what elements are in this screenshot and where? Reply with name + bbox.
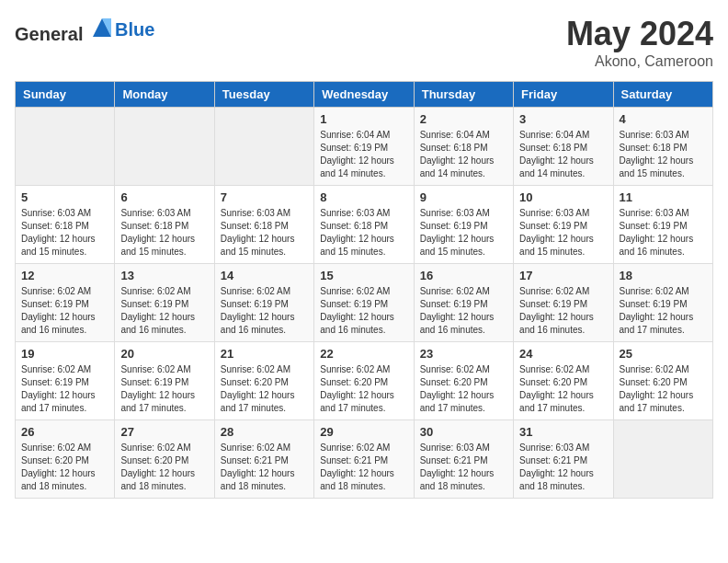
calendar-day-cell: 12Sunrise: 6:02 AM Sunset: 6:19 PM Dayli… <box>16 264 115 342</box>
calendar-day-cell: 11Sunrise: 6:03 AM Sunset: 6:19 PM Dayli… <box>613 186 712 264</box>
title-area: May 2024 Akono, Cameroon <box>566 15 713 70</box>
day-number: 16 <box>420 269 507 282</box>
day-number: 6 <box>120 190 208 204</box>
day-info: Sunrise: 6:03 AM Sunset: 6:18 PM Dayligh… <box>221 207 308 259</box>
day-number: 8 <box>320 190 407 204</box>
calendar-day-cell: 1Sunrise: 6:04 AM Sunset: 6:19 PM Daylig… <box>314 108 414 186</box>
day-info: Sunrise: 6:04 AM Sunset: 6:18 PM Dayligh… <box>519 129 607 180</box>
day-of-week-header: Saturday <box>613 82 712 108</box>
day-info: Sunrise: 6:03 AM Sunset: 6:18 PM Dayligh… <box>320 207 407 259</box>
month-year-title: May 2024 <box>566 15 713 53</box>
day-number: 27 <box>120 425 208 439</box>
calendar-day-cell: 13Sunrise: 6:02 AM Sunset: 6:19 PM Dayli… <box>115 264 214 342</box>
calendar-table: SundayMondayTuesdayWednesdayThursdayFrid… <box>15 81 713 499</box>
calendar-day-cell: 14Sunrise: 6:02 AM Sunset: 6:19 PM Dayli… <box>214 264 313 342</box>
day-info: Sunrise: 6:02 AM Sunset: 6:19 PM Dayligh… <box>620 285 707 337</box>
calendar-day-cell: 28Sunrise: 6:02 AM Sunset: 6:21 PM Dayli… <box>214 420 313 499</box>
calendar-day-cell: 17Sunrise: 6:02 AM Sunset: 6:19 PM Dayli… <box>514 264 613 342</box>
day-info: Sunrise: 6:03 AM Sunset: 6:21 PM Dayligh… <box>519 442 607 493</box>
day-info: Sunrise: 6:02 AM Sunset: 6:19 PM Dayligh… <box>21 285 108 337</box>
calendar-day-cell: 6Sunrise: 6:03 AM Sunset: 6:18 PM Daylig… <box>115 186 214 264</box>
day-info: Sunrise: 6:04 AM Sunset: 6:19 PM Dayligh… <box>320 129 407 180</box>
calendar-day-cell: 27Sunrise: 6:02 AM Sunset: 6:20 PM Dayli… <box>115 420 214 499</box>
location-title: Akono, Cameroon <box>566 53 713 70</box>
calendar-week-row: 12Sunrise: 6:02 AM Sunset: 6:19 PM Dayli… <box>16 264 713 342</box>
day-info: Sunrise: 6:02 AM Sunset: 6:19 PM Dayligh… <box>21 363 108 415</box>
day-number: 30 <box>420 425 507 439</box>
day-info: Sunrise: 6:02 AM Sunset: 6:20 PM Dayligh… <box>221 363 308 415</box>
day-number: 2 <box>420 112 507 126</box>
calendar-day-cell <box>214 108 313 186</box>
calendar-day-cell: 20Sunrise: 6:02 AM Sunset: 6:19 PM Dayli… <box>115 342 214 420</box>
day-info: Sunrise: 6:02 AM Sunset: 6:20 PM Dayligh… <box>519 363 607 415</box>
day-of-week-header: Tuesday <box>214 82 313 108</box>
day-number: 31 <box>519 425 607 439</box>
calendar-day-cell: 4Sunrise: 6:03 AM Sunset: 6:18 PM Daylig… <box>613 108 712 186</box>
day-number: 4 <box>620 112 707 126</box>
day-number: 19 <box>21 347 108 361</box>
calendar-day-cell: 19Sunrise: 6:02 AM Sunset: 6:19 PM Dayli… <box>16 342 115 420</box>
day-info: Sunrise: 6:02 AM Sunset: 6:21 PM Dayligh… <box>320 442 407 493</box>
calendar-day-cell: 30Sunrise: 6:03 AM Sunset: 6:21 PM Dayli… <box>414 420 513 499</box>
logo-blue: Blue <box>115 19 154 40</box>
calendar-day-cell: 16Sunrise: 6:02 AM Sunset: 6:19 PM Dayli… <box>414 264 513 342</box>
calendar-day-cell <box>115 108 214 186</box>
calendar-day-cell: 10Sunrise: 6:03 AM Sunset: 6:19 PM Dayli… <box>514 186 613 264</box>
calendar-day-cell: 31Sunrise: 6:03 AM Sunset: 6:21 PM Dayli… <box>514 420 613 499</box>
day-number: 17 <box>519 269 607 282</box>
page-header: General Blue May 2024 Akono, Cameroon <box>15 15 713 70</box>
calendar-day-cell: 22Sunrise: 6:02 AM Sunset: 6:20 PM Dayli… <box>314 342 414 420</box>
logo-general: General <box>15 24 83 44</box>
calendar-day-cell: 18Sunrise: 6:02 AM Sunset: 6:19 PM Dayli… <box>613 264 712 342</box>
day-number: 13 <box>120 269 208 282</box>
calendar-day-cell: 9Sunrise: 6:03 AM Sunset: 6:19 PM Daylig… <box>414 186 513 264</box>
calendar-day-cell: 8Sunrise: 6:03 AM Sunset: 6:18 PM Daylig… <box>314 186 414 264</box>
day-info: Sunrise: 6:02 AM Sunset: 6:20 PM Dayligh… <box>320 363 407 415</box>
day-of-week-header: Monday <box>115 82 214 108</box>
calendar-day-cell: 15Sunrise: 6:02 AM Sunset: 6:19 PM Dayli… <box>314 264 414 342</box>
calendar-day-cell: 26Sunrise: 6:02 AM Sunset: 6:20 PM Dayli… <box>16 420 115 499</box>
calendar-day-cell: 25Sunrise: 6:02 AM Sunset: 6:20 PM Dayli… <box>613 342 712 420</box>
day-number: 3 <box>519 112 607 126</box>
day-info: Sunrise: 6:02 AM Sunset: 6:20 PM Dayligh… <box>120 442 208 493</box>
day-number: 9 <box>420 190 507 204</box>
logo-icon <box>89 15 115 40</box>
calendar-day-cell: 24Sunrise: 6:02 AM Sunset: 6:20 PM Dayli… <box>514 342 613 420</box>
day-info: Sunrise: 6:04 AM Sunset: 6:18 PM Dayligh… <box>420 129 507 180</box>
day-number: 21 <box>221 347 308 361</box>
calendar-day-cell: 2Sunrise: 6:04 AM Sunset: 6:18 PM Daylig… <box>414 108 513 186</box>
calendar-week-row: 26Sunrise: 6:02 AM Sunset: 6:20 PM Dayli… <box>16 420 713 499</box>
day-number: 11 <box>620 190 707 204</box>
day-info: Sunrise: 6:02 AM Sunset: 6:20 PM Dayligh… <box>620 363 707 415</box>
day-info: Sunrise: 6:02 AM Sunset: 6:21 PM Dayligh… <box>221 442 308 493</box>
day-info: Sunrise: 6:02 AM Sunset: 6:19 PM Dayligh… <box>420 285 507 337</box>
day-number: 23 <box>420 347 507 361</box>
day-number: 26 <box>21 425 108 439</box>
calendar-day-cell: 5Sunrise: 6:03 AM Sunset: 6:18 PM Daylig… <box>16 186 115 264</box>
day-info: Sunrise: 6:03 AM Sunset: 6:18 PM Dayligh… <box>620 129 707 180</box>
day-info: Sunrise: 6:02 AM Sunset: 6:19 PM Dayligh… <box>120 363 208 415</box>
day-info: Sunrise: 6:02 AM Sunset: 6:19 PM Dayligh… <box>120 285 208 337</box>
day-of-week-header: Thursday <box>414 82 513 108</box>
day-info: Sunrise: 6:02 AM Sunset: 6:20 PM Dayligh… <box>420 363 507 415</box>
day-number: 25 <box>620 347 707 361</box>
day-info: Sunrise: 6:03 AM Sunset: 6:19 PM Dayligh… <box>620 207 707 259</box>
day-number: 15 <box>320 269 407 282</box>
calendar-day-cell: 7Sunrise: 6:03 AM Sunset: 6:18 PM Daylig… <box>214 186 313 264</box>
calendar-day-cell: 29Sunrise: 6:02 AM Sunset: 6:21 PM Dayli… <box>314 420 414 499</box>
calendar-header-row: SundayMondayTuesdayWednesdayThursdayFrid… <box>16 82 713 108</box>
calendar-day-cell <box>16 108 115 186</box>
day-number: 18 <box>620 269 707 282</box>
calendar-day-cell: 21Sunrise: 6:02 AM Sunset: 6:20 PM Dayli… <box>214 342 313 420</box>
day-info: Sunrise: 6:02 AM Sunset: 6:19 PM Dayligh… <box>320 285 407 337</box>
day-number: 10 <box>519 190 607 204</box>
day-info: Sunrise: 6:03 AM Sunset: 6:18 PM Dayligh… <box>21 207 108 259</box>
calendar-week-row: 1Sunrise: 6:04 AM Sunset: 6:19 PM Daylig… <box>16 108 713 186</box>
day-info: Sunrise: 6:03 AM Sunset: 6:21 PM Dayligh… <box>420 442 507 493</box>
day-number: 24 <box>519 347 607 361</box>
day-number: 5 <box>21 190 108 204</box>
calendar-day-cell: 3Sunrise: 6:04 AM Sunset: 6:18 PM Daylig… <box>514 108 613 186</box>
day-of-week-header: Friday <box>514 82 613 108</box>
day-info: Sunrise: 6:02 AM Sunset: 6:19 PM Dayligh… <box>519 285 607 337</box>
calendar-week-row: 19Sunrise: 6:02 AM Sunset: 6:19 PM Dayli… <box>16 342 713 420</box>
